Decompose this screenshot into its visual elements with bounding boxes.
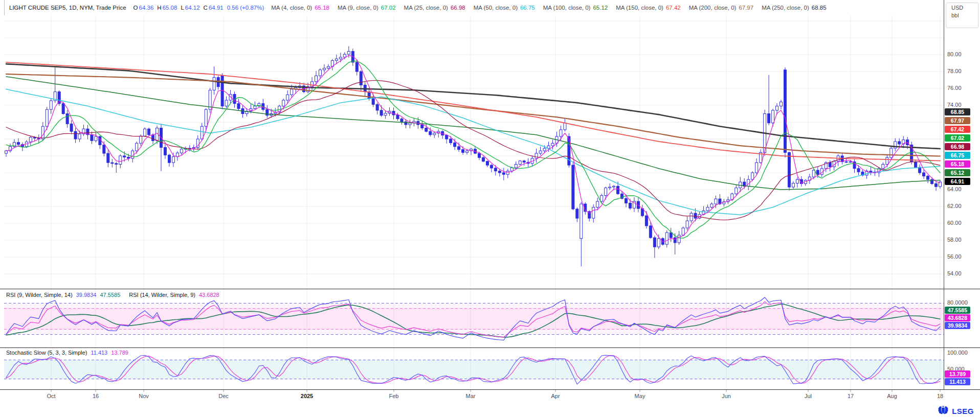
ma-study-label: MA (9, close, 0) [338,5,378,11]
price-badge: 66.98 [945,143,970,150]
price-tick: 78.00 [947,68,962,74]
ma-study-value: 65.18 [315,5,329,11]
ma-study-legend-item[interactable]: MA (100, close, 0)65.12 [543,5,608,11]
main-chart-pane[interactable] [4,15,944,288]
ma-study-value: 66.98 [451,5,465,11]
ohlc-h-value: 65.08 [163,5,177,11]
time-label: Dec [218,393,229,399]
ma-study-legend-item[interactable]: MA (9, close, 0)67.02 [338,5,396,11]
price-tick: 54.00 [947,270,962,276]
ma-study-label: MA (250, close, 0) [762,5,809,11]
price-tick: 58.00 [947,237,962,243]
price-tick: 60.00 [947,220,962,226]
lseg-logo: LSEG [937,406,974,416]
time-label: 17 [848,393,854,399]
time-label: 2025 [301,393,313,399]
price-badge: 67.97 [945,117,970,124]
price-tick: 56.00 [947,253,962,260]
rsi14-study-label: RSI (14, Wilder, Simple, 9) [128,292,196,298]
ma-study-legend-item[interactable]: MA (150, close, 0)67.42 [616,5,680,11]
ohlc-c-label: C [204,5,208,11]
ma-study-value: 67.97 [739,5,753,11]
rsi-axis-tick: 80.0000 [947,299,968,306]
time-label: 16 [93,393,99,399]
stoch-axis-tick: 100.000 [947,350,968,356]
price-badge: 68.85 [945,108,970,115]
rsi-study-label: RSI (9, Wilder, Simple, 14) [5,292,74,298]
axis-unit-selector[interactable]: USD bbl [946,3,978,28]
price-tick: 62.00 [947,203,962,209]
time-label: Jun [722,393,731,399]
price-badge: 67.02 [945,134,970,142]
rsi-legend[interactable]: RSI (9, Wilder, Simple, 14) 39.9834 47.5… [5,292,220,298]
ohlc-h-label: H [157,5,161,11]
ohlc-o-value: 64.36 [139,5,154,11]
price-badge: 66.75 [945,152,970,159]
time-label: Oct [47,393,55,399]
price-tick: 76.00 [947,85,962,91]
price-badge: 65.18 [945,160,970,168]
ma-study-value: 65.12 [593,5,608,11]
lseg-logo-text: LSEG [952,407,974,415]
price-badge: 67.42 [945,126,970,133]
ma-study-label: MA (4, close, 0) [271,5,312,11]
rsi-badge: 43.6828 [945,314,970,321]
ma-study-legend-item[interactable]: MA (200, close, 0)67.97 [689,5,753,11]
rsi9-avg-value: 47.5585 [99,292,121,298]
ohlc-l-label: L [181,5,184,11]
stoch-d-value: 13.789 [110,350,129,356]
ohlc-l-value: 64.12 [185,5,200,11]
lseg-crest-icon [937,406,949,416]
ma-study-label: MA (150, close, 0) [616,5,663,11]
time-label: Apr [551,393,560,399]
price-badge: 65.12 [945,169,970,176]
rsi-badge: 47.5585 [945,307,970,314]
stoch-k-value: 11.413 [90,350,108,356]
instrument-title[interactable]: LIGHT CRUDE SEP5, 1D, NYM, Trade Price [9,5,126,11]
unit-measure-label: bbl [946,11,978,18]
ohlc-c-value: 64.91 [209,5,224,11]
time-label: Jul [805,393,812,399]
chart-application: LIGHT CRUDE SEP5, 1D, NYM, Trade Price O… [0,0,980,418]
ma-study-legend-item[interactable]: MA (25, close, 0)66.98 [404,5,465,11]
ma-studies-legend: MA (4, close, 0)65.18MA (9, close, 0)67.… [271,5,826,11]
price-badge: 64.91 [945,178,970,185]
price-tick: 80.00 [947,51,962,57]
time-label: Mar [466,393,476,399]
ma-study-value: 67.02 [381,5,396,11]
stochastic-legend[interactable]: Stochastic Slow (5, 3, 3, Simple) 11.413… [5,350,129,356]
time-label: Aug [887,393,897,399]
ma-study-value: 67.42 [666,5,681,11]
stoch-badge: 11.413 [945,378,970,385]
ma-study-value: 66.75 [520,5,535,11]
ma-study-legend-item[interactable]: MA (4, close, 0)65.18 [271,5,329,11]
price-axis-scale[interactable] [944,0,980,389]
ma-study-label: MA (50, close, 0) [474,5,518,11]
rsi-badge: 39.9834 [945,322,970,329]
stoch-badge: 13.789 [945,370,970,378]
time-label: May [635,393,645,399]
change-value: 0.56 (+0.87%) [227,5,264,11]
price-tick: 64.00 [947,186,962,192]
ma-study-value: 68.85 [812,5,827,11]
ma-study-legend-item[interactable]: MA (250, close, 0)68.85 [762,5,826,11]
ohlc-values: O64.36H65.08L64.12C64.910.56 (+0.87%) [133,5,264,11]
time-label: Nov [139,393,149,399]
time-label: 18 [937,393,943,399]
ma-study-label: MA (25, close, 0) [404,5,448,11]
ohlc-o-label: O [133,5,138,11]
rsi9-value: 39.9834 [75,292,98,298]
unit-currency-label: USD [946,3,978,11]
price-tick: 74.00 [947,102,962,108]
ma-study-label: MA (200, close, 0) [689,5,737,11]
time-label: Feb [389,393,399,399]
chart-header: LIGHT CRUDE SEP5, 1D, NYM, Trade Price O… [0,0,953,15]
ma-study-legend-item[interactable]: MA (50, close, 0)66.75 [474,5,535,11]
ma-study-label: MA (100, close, 0) [543,5,591,11]
stochastic-pane[interactable] [4,348,944,389]
stoch-study-label: Stochastic Slow (5, 3, 3, Simple) [5,350,88,356]
rsi14-value: 43.6828 [198,292,220,298]
